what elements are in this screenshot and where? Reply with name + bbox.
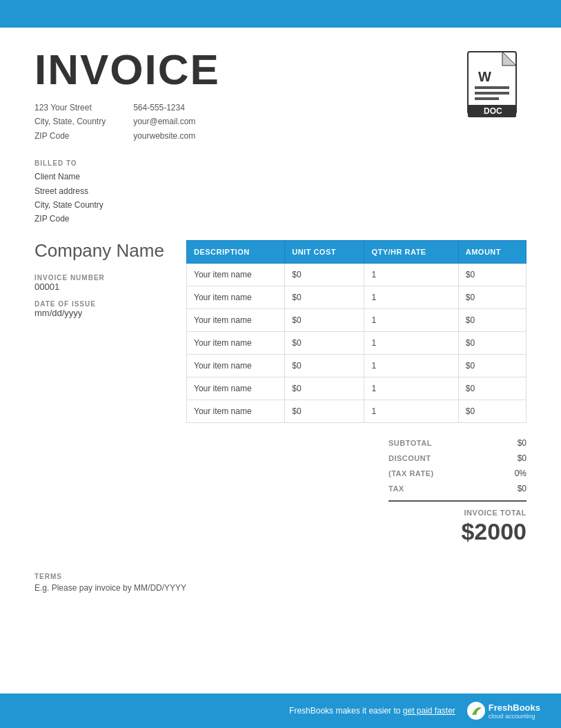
svg-text:DOC: DOC — [484, 106, 502, 116]
row-unit-cost: $0 — [285, 286, 364, 308]
tax-rate-label: (TAX RATE) — [388, 469, 434, 478]
row-amount: $0 — [458, 377, 526, 400]
row-unit-cost: $0 — [285, 400, 364, 422]
svg-rect-3 — [475, 86, 509, 89]
invoice-total-value: $2000 — [388, 518, 526, 545]
row-unit-cost: $0 — [285, 331, 364, 354]
header-left: INVOICE 123 Your Street City, State, Cou… — [35, 48, 220, 143]
invoice-title: INVOICE — [35, 48, 220, 91]
contact-info: 123 Your Street City, State, Country ZIP… — [35, 101, 220, 143]
row-unit-cost: $0 — [285, 308, 364, 331]
tax-rate-value: 0% — [499, 469, 526, 478]
invoice-number-block: INVOICE NUMBER 00001 — [35, 274, 166, 292]
invoice-table: DESCRIPTION UNIT COST QTY/HR RATE AMOUNT… — [186, 240, 526, 423]
row-unit-cost: $0 — [285, 377, 364, 400]
terms-text: E.g. Please pay invoice by MM/DD/YYYY — [35, 583, 526, 593]
row-qty: 1 — [364, 286, 458, 308]
contact-block: 564-555-1234 your@email.com yourwebsite.… — [133, 101, 195, 143]
tax-row: TAX $0 — [388, 481, 526, 496]
row-description: Your item name — [187, 377, 285, 400]
discount-label: DISCOUNT — [388, 454, 431, 462]
billed-to-label: BILLED TO — [35, 159, 526, 167]
subtotal-value: $0 — [499, 438, 526, 448]
date-label: DATE OF ISSUE — [35, 300, 166, 308]
row-description: Your item name — [187, 354, 285, 377]
address-block: 123 Your Street City, State, Country ZIP… — [35, 101, 106, 143]
row-amount: $0 — [458, 263, 526, 286]
subtotal-label: SUBTOTAL — [388, 439, 432, 447]
totals-section: SUBTOTAL $0 DISCOUNT $0 (TAX RATE) 0% TA… — [35, 435, 526, 545]
address-line3: ZIP Code — [35, 129, 106, 143]
website: yourwebsite.com — [133, 129, 195, 143]
invoice-number-label: INVOICE NUMBER — [35, 274, 166, 282]
row-description: Your item name — [187, 331, 285, 354]
address-line1: 123 Your Street — [35, 101, 106, 115]
footer-text: FreshBooks makes it easier to get paid f… — [289, 706, 455, 716]
row-amount: $0 — [458, 286, 526, 308]
row-description: Your item name — [187, 286, 285, 308]
row-unit-cost: $0 — [285, 263, 364, 286]
col-qty: QTY/HR RATE — [364, 240, 458, 263]
totals-divider — [388, 500, 526, 502]
tax-label: TAX — [388, 484, 404, 493]
row-unit-cost: $0 — [285, 354, 364, 377]
table-row: Your item name $0 1 $0 — [187, 308, 526, 331]
terms-section: TERMS E.g. Please pay invoice by MM/DD/Y… — [35, 573, 526, 613]
email: your@email.com — [133, 115, 195, 128]
table-row: Your item name $0 1 $0 — [187, 377, 526, 400]
company-row: Company Name INVOICE NUMBER 00001 DATE O… — [35, 240, 526, 423]
header-section: INVOICE 123 Your Street City, State, Cou… — [35, 48, 526, 143]
date-block: DATE OF ISSUE mm/dd/yyyy — [35, 300, 166, 318]
table-row: Your item name $0 1 $0 — [187, 354, 526, 377]
billed-to-section: BILLED TO Client Name Street address Cit… — [35, 159, 526, 226]
row-qty: 1 — [364, 308, 458, 331]
totals-table: SUBTOTAL $0 DISCOUNT $0 (TAX RATE) 0% TA… — [388, 435, 526, 545]
col-description: DESCRIPTION — [187, 240, 285, 263]
row-description: Your item name — [187, 400, 285, 422]
table-header-row: DESCRIPTION UNIT COST QTY/HR RATE AMOUNT — [187, 240, 526, 263]
freshbooks-logo: FreshBooks cloud accounting — [466, 701, 540, 720]
top-bar — [0, 0, 561, 28]
discount-row: DISCOUNT $0 — [388, 451, 526, 466]
phone: 564-555-1234 — [133, 101, 195, 115]
row-qty: 1 — [364, 263, 458, 286]
discount-value: $0 — [499, 453, 526, 463]
bottom-bar: FreshBooks makes it easier to get paid f… — [0, 693, 561, 728]
svg-rect-4 — [475, 92, 509, 95]
row-description: Your item name — [187, 263, 285, 286]
col-amount: AMOUNT — [458, 240, 526, 263]
table-row: Your item name $0 1 $0 — [187, 286, 526, 308]
client-name: Client Name — [35, 170, 526, 184]
svg-text:W: W — [478, 69, 491, 84]
date-value: mm/dd/yyyy — [35, 308, 166, 318]
col-unit-cost: UNIT COST — [285, 240, 364, 263]
tax-value: $0 — [499, 484, 526, 493]
svg-rect-5 — [475, 97, 499, 100]
client-zip: ZIP Code — [35, 212, 526, 226]
table-row: Your item name $0 1 $0 — [187, 400, 526, 422]
row-qty: 1 — [364, 400, 458, 422]
footer-link[interactable]: get paid faster — [403, 706, 455, 716]
row-amount: $0 — [458, 308, 526, 331]
row-amount: $0 — [458, 331, 526, 354]
subtotal-row: SUBTOTAL $0 — [388, 435, 526, 451]
client-city-state: City, State Country — [35, 198, 526, 212]
company-name: Company Name — [35, 240, 166, 262]
row-qty: 1 — [364, 354, 458, 377]
tax-rate-row: (TAX RATE) 0% — [388, 466, 526, 481]
table-row: Your item name $0 1 $0 — [187, 263, 526, 286]
footer-text-static: FreshBooks makes it easier to — [289, 706, 403, 716]
terms-label: TERMS — [35, 573, 526, 580]
row-amount: $0 — [458, 400, 526, 422]
row-qty: 1 — [364, 331, 458, 354]
doc-icon: W DOC — [464, 48, 526, 124]
invoice-total-label: INVOICE TOTAL — [388, 506, 526, 517]
table-row: Your item name $0 1 $0 — [187, 331, 526, 354]
freshbooks-brand: FreshBooks — [489, 702, 540, 713]
company-left: Company Name INVOICE NUMBER 00001 DATE O… — [35, 240, 166, 326]
row-amount: $0 — [458, 354, 526, 377]
row-description: Your item name — [187, 308, 285, 331]
invoice-number-value: 00001 — [35, 282, 166, 292]
freshbooks-sub: cloud accounting — [489, 713, 540, 720]
row-qty: 1 — [364, 377, 458, 400]
